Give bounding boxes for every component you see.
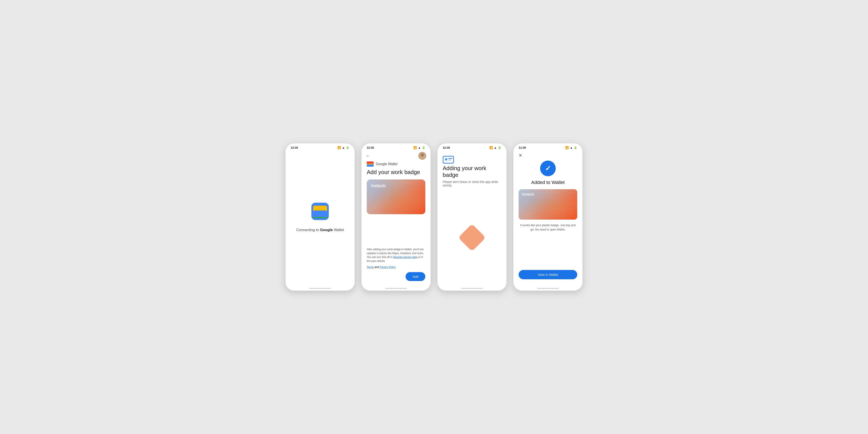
wallet-app-icon	[311, 203, 329, 221]
home-bar-4	[537, 288, 559, 289]
terms-link[interactable]: Terms	[367, 266, 374, 269]
close-button[interactable]: ✕	[519, 153, 522, 158]
battery-icon-3: 🔋	[498, 146, 501, 149]
view-in-wallet-button[interactable]: View in Wallet	[519, 270, 577, 279]
time-1: 12:30	[291, 146, 298, 149]
signal-icon-3: ▲	[494, 146, 497, 149]
wifi-icon-4: 📶	[565, 146, 569, 149]
back-button[interactable]: ←	[366, 153, 370, 158]
status-bar-1: 12:30 📶 ▲ 🔋	[286, 144, 354, 150]
screen1-content-wrapper: Connecting to Google Wallet	[286, 150, 354, 284]
badge-company-small: Initech	[522, 192, 534, 196]
screens-container: 12:30 📶 ▲ 🔋	[285, 143, 583, 291]
adding-title: Adding your work badge	[443, 165, 501, 178]
svg-point-6	[421, 153, 424, 156]
svg-rect-16	[448, 160, 452, 160]
status-icons-1: 📶 ▲ 🔋	[337, 146, 349, 149]
phone-screen-4: 11:29 📶 ▲ 🔋 ✕ ✓ Added to Wallet Initech …	[513, 143, 583, 291]
phone-screen-2: 12:30 📶 ▲ 🔋 ←	[361, 143, 431, 291]
added-description: It works like your plastic badge. Just t…	[519, 223, 577, 231]
status-bar-3: 12:30 📶 ▲ 🔋	[437, 144, 506, 150]
home-indicator-1	[286, 284, 354, 290]
status-bar-2: 12:30 📶 ▲ 🔋	[362, 144, 431, 150]
svg-rect-15	[448, 158, 452, 159]
user-avatar[interactable]	[418, 152, 426, 160]
signal-icon-2: ▲	[418, 146, 421, 149]
screen1-main: Connecting to Google Wallet	[286, 150, 354, 284]
added-title: Added to Wallet	[531, 180, 565, 185]
wifi-icon: 📶	[337, 146, 341, 149]
time-4: 11:29	[519, 146, 526, 149]
loading-diamond	[458, 224, 486, 251]
time-2: 12:30	[367, 146, 374, 149]
phone-screen-3: 12:30 📶 ▲ 🔋 Adding your work badge Pleas…	[437, 143, 507, 291]
battery-icon-4: 🔋	[574, 146, 577, 149]
adding-subtitle: Please don't leave or close this app whi…	[443, 180, 501, 187]
status-icons-3: 📶 ▲ 🔋	[489, 146, 501, 149]
svg-rect-4	[313, 211, 327, 217]
brand-label: Google Wallet	[376, 162, 398, 166]
screen3-content: Adding your work badge Please don't leav…	[437, 150, 506, 284]
add-button[interactable]: Add	[406, 272, 425, 281]
home-bar-2	[385, 288, 407, 289]
home-bar-1	[309, 288, 331, 289]
badge-company: Initech	[371, 183, 386, 188]
svg-point-14	[445, 158, 447, 161]
status-bar-4: 11:29 📶 ▲ 🔋	[514, 144, 582, 150]
home-indicator-4	[514, 284, 582, 290]
screen2-header: ←	[362, 150, 431, 161]
wifi-icon-3: 📶	[489, 146, 493, 149]
battery-icon-2: 🔋	[422, 146, 425, 149]
time-3: 12:30	[443, 146, 450, 149]
phone-screen-1: 12:30 📶 ▲ 🔋	[285, 143, 355, 291]
home-bar-3	[461, 288, 483, 289]
screen2-body: Google Wallet Add your work badge Initec…	[362, 161, 431, 284]
id-card-icon	[443, 155, 501, 165]
home-indicator-3	[437, 284, 506, 290]
google-wallet-brand: Google Wallet	[367, 161, 425, 167]
home-indicator-2	[362, 284, 431, 290]
terms-links: Terms and Privacy Policy	[367, 266, 425, 269]
wifi-icon-2: 📶	[413, 146, 417, 149]
terms-text: After adding your work badge to Wallet, …	[367, 247, 425, 263]
manage-passes-link[interactable]: Manage passes data	[393, 256, 417, 259]
privacy-link[interactable]: Privacy Policy	[379, 266, 396, 269]
add-badge-title: Add your work badge	[367, 169, 425, 176]
signal-icon-4: ▲	[570, 146, 573, 149]
loading-animation	[443, 196, 501, 279]
connecting-text: Connecting to Google Wallet	[296, 228, 344, 232]
badge-card-preview: Initech	[367, 180, 425, 214]
success-circle: ✓	[540, 161, 556, 176]
checkmark-icon: ✓	[545, 164, 551, 173]
badge-card-added: Initech	[519, 189, 577, 220]
signal-icon: ▲	[342, 146, 345, 149]
status-icons-2: 📶 ▲ 🔋	[413, 146, 425, 149]
status-icons-4: 📶 ▲ 🔋	[565, 146, 577, 149]
screen4-content: ✓ Added to Wallet Initech It works like …	[514, 158, 582, 284]
svg-rect-12	[367, 164, 374, 167]
battery-icon: 🔋	[346, 146, 349, 149]
screen4-header: ✕	[514, 150, 582, 158]
svg-rect-13	[443, 156, 454, 163]
